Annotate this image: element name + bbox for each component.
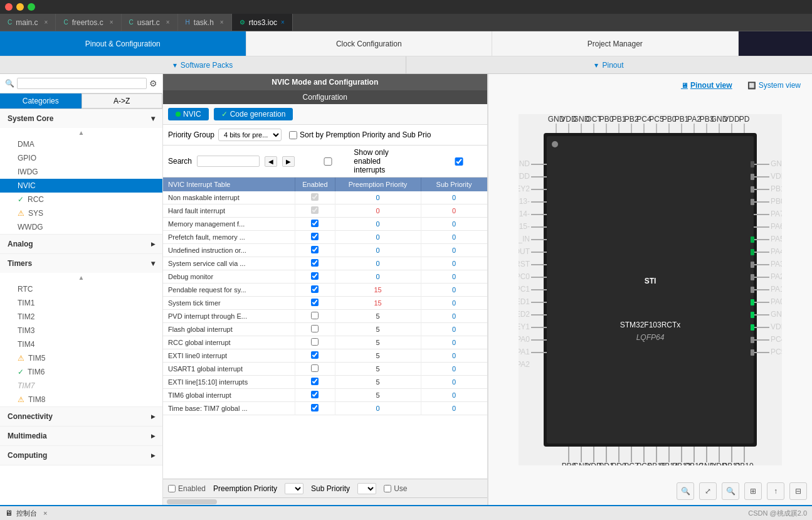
strip-enabled-checkbox[interactable] [168, 485, 176, 492]
sidebar-item-tim7[interactable]: TIM7 [0, 379, 162, 393]
tab-usart-c[interactable]: C usart.c × [122, 14, 178, 31]
sidebar-tab-categories[interactable]: Categories [0, 93, 82, 109]
interrupt-checkbox[interactable] [311, 378, 319, 385]
sort-checkbox[interactable] [289, 131, 297, 139]
sidebar-search-input[interactable] [17, 78, 147, 89]
interrupt-checkbox[interactable] [311, 206, 319, 214]
sidebar-item-tim4[interactable]: TIM4 [0, 337, 162, 351]
svg-text:PA7: PA7 [771, 210, 782, 218]
nav-pinout-config[interactable]: Pinout & Configuration [0, 31, 246, 56]
priority-group-select[interactable]: 4 bits for pre... [218, 129, 282, 141]
sidebar-item-gpio[interactable]: GPIO [0, 151, 162, 165]
strip-enabled-label[interactable]: Enabled [168, 484, 206, 493]
sidebar-item-iwdg[interactable]: IWDG [0, 165, 162, 179]
sidebar-section-header-system-core[interactable]: System Core ▾ [0, 109, 162, 128]
sec-nav-software-packs[interactable]: ▾ Software Packs [0, 61, 406, 70]
tab-close-rtos3[interactable]: × [281, 19, 285, 26]
sidebar-item-tim5[interactable]: ⚠ TIM5 [0, 351, 162, 365]
strip-sub-select[interactable] [357, 483, 376, 494]
interrupt-checkbox[interactable] [311, 246, 319, 253]
sidebar-section-header-connectivity[interactable]: Connectivity ▸ [0, 407, 162, 426]
tab-close-freertos[interactable]: × [110, 19, 113, 26]
sidebar-item-tim8[interactable]: ⚠ TIM8 [0, 393, 162, 406]
sidebar-item-tim1[interactable]: TIM1 [0, 296, 162, 310]
sidebar-section-header-computing[interactable]: Computing ▸ [0, 446, 162, 465]
export-button[interactable]: ↑ [767, 482, 784, 500]
interrupt-checkbox[interactable] [311, 325, 319, 332]
interrupt-checkbox[interactable] [311, 193, 319, 201]
sidebar-item-wwdg[interactable]: WWDG [0, 220, 162, 234]
strip-use-label[interactable]: Use [384, 484, 407, 493]
maximize-icon[interactable] [28, 3, 35, 11]
search-next-button[interactable]: ▶ [282, 156, 295, 167]
interrupt-checkbox[interactable] [311, 364, 319, 372]
sidebar-item-sys[interactable]: ⚠ SYS [0, 206, 162, 220]
sidebar-item-rtc[interactable]: RTC [0, 282, 162, 296]
tab-rtos3-ioc[interactable]: ⚙ rtos3.ioc × [232, 14, 293, 31]
zoom-in-button[interactable]: 🔍 [677, 482, 694, 500]
tab-close-usart[interactable]: × [166, 19, 170, 26]
console-close-icon[interactable]: × [43, 509, 47, 517]
console-label[interactable]: 控制台 [16, 509, 37, 518]
search-prev-button[interactable]: ◀ [265, 156, 277, 167]
interrupt-checkbox[interactable] [311, 404, 319, 411]
sidebar-item-dma[interactable]: DMA [0, 137, 162, 151]
nvic-scrollbar[interactable] [163, 497, 487, 505]
sidebar-item-tim2[interactable]: TIM2 [0, 310, 162, 324]
minimize-icon[interactable] [16, 3, 24, 11]
sidebar-item-label-sys: SYS [28, 209, 43, 218]
zoom-out-button[interactable]: 🔍 [722, 482, 739, 500]
sidebar-item-rcc[interactable]: ✓ RCC [0, 193, 162, 206]
scrollbar-thumb[interactable] [167, 499, 217, 504]
strip-use-checkbox[interactable] [384, 485, 391, 492]
fit-button[interactable]: ⤢ [699, 482, 717, 500]
orient-button[interactable]: ⊟ [789, 482, 807, 500]
tab-freertos-c[interactable]: C freertos.c × [56, 14, 121, 31]
interrupt-checkbox[interactable] [311, 272, 319, 280]
interrupt-checkbox[interactable] [311, 338, 319, 346]
interrupt-checkbox[interactable] [311, 285, 319, 293]
tab-label-freertos: freertos.c [72, 18, 103, 27]
nvic-mode-button[interactable]: NVIC [168, 108, 209, 120]
nvic-search-input[interactable] [197, 156, 260, 167]
pinout-view-button[interactable]: 🖥 Pinout view [675, 79, 739, 92]
sidebar-item-tim6[interactable]: ✓ TIM6 [0, 365, 162, 379]
interrupt-checkbox[interactable] [311, 391, 319, 398]
preemption-cell: 15 [335, 297, 421, 310]
nvic-priority-options: Priority Group 4 bits for pre... Sort by… [163, 125, 487, 146]
strip-preemption-select[interactable] [285, 483, 303, 494]
nav-project-manager[interactable]: Project Manager [492, 31, 739, 56]
svg-rect-103 [751, 186, 754, 193]
scroll-up-btn[interactable]: ▲ [0, 128, 162, 137]
system-view-button[interactable]: 🔲 System view [741, 79, 807, 92]
nvic-codegen-button[interactable]: ✓ Code generation [214, 108, 293, 120]
interrupt-checkbox[interactable] [311, 259, 319, 267]
interrupt-checkbox[interactable] [311, 233, 319, 240]
sort-checkbox-label[interactable]: Sort by Premption Priority and Sub Prio [289, 130, 431, 139]
tab-task-h[interactable]: H task.h × [178, 14, 232, 31]
sidebar-item-tim3[interactable]: TIM3 [0, 324, 162, 337]
settings-icon[interactable]: ⚙ [149, 78, 157, 88]
scroll-up-timers-btn[interactable]: ▲ [0, 273, 162, 282]
nav-clock-config[interactable]: Clock Configuration [246, 31, 493, 56]
sidebar-tab-az[interactable]: A->Z [82, 93, 163, 109]
copy-button[interactable]: ⊞ [744, 482, 762, 500]
sidebar-item-nvic[interactable]: NVIC [0, 179, 162, 193]
interrupt-checkbox[interactable] [311, 351, 319, 359]
show-enabled-checkbox[interactable] [305, 157, 351, 166]
close-icon[interactable] [5, 3, 13, 11]
tab-close-main-c[interactable]: × [45, 19, 48, 26]
sidebar-section-header-multimedia[interactable]: Multimedia ▸ [0, 427, 162, 445]
sidebar-section-header-timers[interactable]: Timers ▾ [0, 254, 162, 273]
interrupt-checkbox[interactable] [311, 299, 319, 306]
interrupt-checkbox[interactable] [311, 312, 319, 319]
force-checkbox-label[interactable]: Forc [421, 157, 487, 166]
sidebar-section-header-analog[interactable]: Analog ▸ [0, 235, 162, 253]
sec-nav-pinout[interactable]: ▾ Pinout [406, 61, 812, 70]
nav-extra[interactable] [739, 31, 812, 56]
tab-close-task[interactable]: × [220, 19, 224, 26]
tab-main-c[interactable]: C main.c × [0, 14, 56, 31]
show-enabled-label[interactable]: Show only enabled interrupts [305, 148, 414, 174]
force-checkbox[interactable] [421, 157, 487, 166]
interrupt-checkbox[interactable] [311, 220, 319, 227]
